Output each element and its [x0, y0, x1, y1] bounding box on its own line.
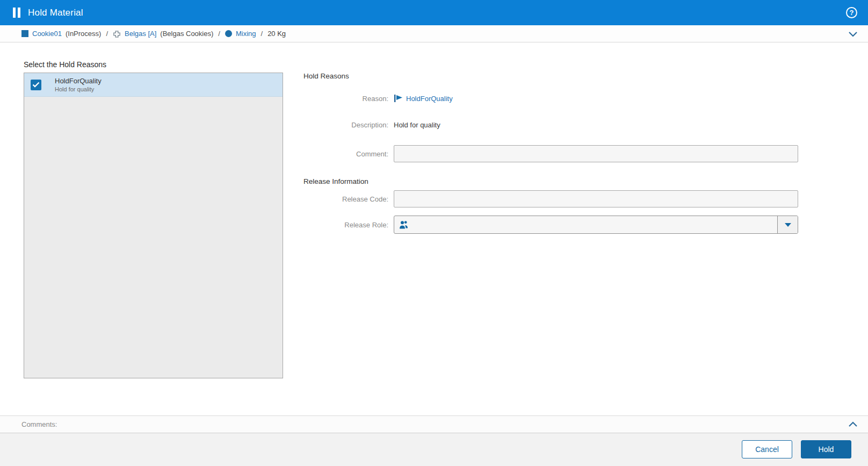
- comment-label: Comment:: [303, 150, 394, 158]
- chevron-up-icon[interactable]: [848, 421, 858, 428]
- pause-icon: [13, 8, 20, 18]
- breadcrumb-link[interactable]: Belgas [A]: [125, 30, 156, 38]
- description-row: Description: Hold for quality: [303, 121, 868, 129]
- reason-row: Reason: HoldForQuality: [303, 94, 868, 103]
- reason-label: Reason:: [303, 95, 394, 103]
- description-label: Description:: [303, 121, 394, 129]
- comment-input[interactable]: [394, 145, 798, 162]
- breadcrumb-state: (InProcess): [66, 30, 101, 38]
- release-code-row: Release Code:: [303, 190, 868, 207]
- breadcrumb-item-step[interactable]: Mixing: [225, 30, 256, 38]
- breadcrumb-separator: /: [218, 30, 220, 38]
- comment-row: Comment:: [303, 145, 868, 162]
- hold-material-window: Hold Material ? Cookie01 (InProcess) / B…: [0, 0, 868, 466]
- hold-reasons-list-panel: Select the Hold Reasons HoldForQuality H…: [24, 60, 283, 415]
- section-heading-release-information: Release Information: [303, 177, 868, 185]
- breadcrumb-separator: /: [261, 30, 263, 38]
- release-code-input[interactable]: [394, 190, 798, 207]
- comments-bar[interactable]: Comments:: [0, 415, 868, 433]
- action-footer: Cancel Hold: [0, 433, 868, 466]
- hold-reason-name: HoldForQuality: [55, 77, 102, 85]
- chevron-down-icon[interactable]: [848, 30, 858, 38]
- breadcrumb-quantity: 20 Kg: [267, 30, 286, 38]
- breadcrumb-item-material[interactable]: Cookie01 (InProcess): [21, 30, 101, 38]
- release-code-label: Release Code:: [303, 195, 394, 203]
- breadcrumb-separator: /: [106, 30, 108, 38]
- hold-reasons-listbox[interactable]: HoldForQuality Hold for quality: [24, 73, 283, 378]
- page-title: Hold Material: [28, 8, 83, 18]
- cancel-button[interactable]: Cancel: [742, 440, 792, 458]
- release-role-label: Release Role:: [303, 221, 394, 229]
- product-icon: [113, 30, 121, 38]
- breadcrumb-product-name: (Belgas Cookies): [160, 30, 213, 38]
- dropdown-arrow-icon: [785, 223, 791, 227]
- checkbox-checked-icon[interactable]: [31, 80, 41, 90]
- flag-icon: [394, 94, 403, 103]
- main-content: Select the Hold Reasons HoldForQuality H…: [0, 42, 868, 415]
- circle-icon: [225, 30, 232, 37]
- description-value: Hold for quality: [394, 121, 440, 129]
- section-heading-hold-reasons: Hold Reasons: [303, 72, 868, 80]
- list-item[interactable]: HoldForQuality Hold for quality: [24, 73, 283, 97]
- reason-value-link[interactable]: HoldForQuality: [406, 95, 453, 103]
- release-role-row: Release Role:: [303, 216, 868, 234]
- breadcrumb-link[interactable]: Cookie01: [32, 30, 62, 38]
- hold-reason-description: Hold for quality: [55, 85, 102, 93]
- square-icon: [21, 30, 28, 37]
- breadcrumb-item-product[interactable]: Belgas [A] (Belgas Cookies): [113, 30, 213, 38]
- release-role-combo[interactable]: [394, 216, 798, 234]
- help-icon[interactable]: ?: [846, 7, 857, 18]
- people-icon: [399, 220, 409, 230]
- breadcrumb-link[interactable]: Mixing: [236, 30, 256, 38]
- release-role-input[interactable]: [412, 216, 777, 233]
- hold-reasons-list-title: Select the Hold Reasons: [24, 60, 283, 69]
- release-role-dropdown-button[interactable]: [777, 216, 798, 233]
- hold-button[interactable]: Hold: [801, 440, 851, 458]
- title-bar: Hold Material ?: [0, 0, 868, 25]
- breadcrumb: Cookie01 (InProcess) / Belgas [A] (Belga…: [0, 25, 868, 42]
- hold-details-form: Hold Reasons Reason: HoldForQuality Desc…: [303, 60, 868, 415]
- comments-label: Comments:: [21, 420, 57, 428]
